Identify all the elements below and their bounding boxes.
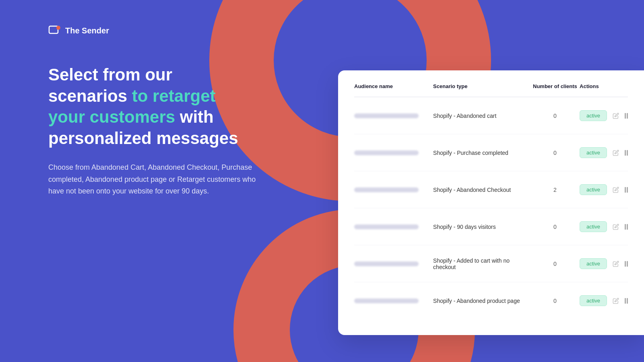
col-header-clients: Number of clients <box>530 83 580 97</box>
clients-cell: 0 <box>530 97 580 134</box>
active-badge[interactable]: active <box>580 221 607 232</box>
logo-area: The Sender <box>48 24 109 37</box>
pause-icon[interactable] <box>625 150 628 156</box>
pause-icon[interactable] <box>625 187 628 193</box>
scenario-cell: Shopify - 90 days visitors <box>433 208 530 245</box>
scenario-cell: Shopify - Abandoned cart <box>433 97 530 134</box>
headline: Select from ourscenarios to retargetyour… <box>48 64 258 149</box>
table-row: Shopify - Abandoned cart0active <box>354 97 628 134</box>
audience-name-blurred <box>354 150 419 155</box>
edit-icon[interactable] <box>613 187 619 193</box>
logo-text: The Sender <box>65 26 109 35</box>
edit-icon[interactable] <box>613 298 619 304</box>
active-badge[interactable]: active <box>580 110 607 121</box>
audience-name-blurred <box>354 113 419 118</box>
col-header-audience: Audience name <box>354 83 433 97</box>
table-row: Shopify - Abandoned product page0active <box>354 282 628 319</box>
scenario-cell: Shopify - Added to cart with no checkout <box>433 245 530 282</box>
actions-cell: active <box>580 208 628 245</box>
active-badge[interactable]: active <box>580 184 607 195</box>
audience-name-blurred <box>354 224 419 229</box>
table-row: Shopify - Abandoned Checkout2active <box>354 171 628 208</box>
actions-cell: active <box>580 245 628 282</box>
active-badge[interactable]: active <box>580 258 607 269</box>
audience-cell <box>354 97 433 134</box>
active-badge[interactable]: active <box>580 295 607 306</box>
audience-name-blurred <box>354 261 419 266</box>
edit-icon[interactable] <box>613 224 619 230</box>
table-row: Shopify - 90 days visitors0active <box>354 208 628 245</box>
table-row: Shopify - Added to cart with no checkout… <box>354 245 628 282</box>
clients-cell: 0 <box>530 208 580 245</box>
pause-icon[interactable] <box>625 261 628 267</box>
clients-cell: 0 <box>530 134 580 171</box>
edit-icon[interactable] <box>613 113 619 119</box>
scenarios-table: Audience name Scenario type Number of cl… <box>354 83 628 319</box>
audience-cell <box>354 245 433 282</box>
audience-name-blurred <box>354 187 419 192</box>
clients-cell: 0 <box>530 282 580 319</box>
actions-cell: active <box>580 171 628 208</box>
scenario-cell: Shopify - Purchase completed <box>433 134 530 171</box>
audience-cell <box>354 208 433 245</box>
actions-cell: active <box>580 97 628 134</box>
pause-icon[interactable] <box>625 224 628 230</box>
headline-highlight: to retargetyour customers <box>48 86 216 127</box>
table-header: Audience name Scenario type Number of cl… <box>354 83 628 97</box>
audience-cell <box>354 134 433 171</box>
audience-name-blurred <box>354 298 419 303</box>
edit-icon[interactable] <box>613 261 619 267</box>
clients-cell: 0 <box>530 245 580 282</box>
scenario-cell: Shopify - Abandoned product page <box>433 282 530 319</box>
audience-cell <box>354 171 433 208</box>
active-badge[interactable]: active <box>580 147 607 158</box>
pause-icon[interactable] <box>625 298 628 304</box>
table-row: Shopify - Purchase completed0active <box>354 134 628 171</box>
table-body: Shopify - Abandoned cart0activeShopify -… <box>354 97 628 319</box>
clients-cell: 2 <box>530 171 580 208</box>
subtext: Choose from Abandoned Cart, Abandoned Ch… <box>48 162 258 197</box>
col-header-actions: Actions <box>580 83 628 97</box>
svg-point-1 <box>56 26 60 30</box>
audience-cell <box>354 282 433 319</box>
actions-cell: active <box>580 282 628 319</box>
actions-cell: active <box>580 134 628 171</box>
col-header-scenario: Scenario type <box>433 83 530 97</box>
pause-icon[interactable] <box>625 113 628 119</box>
edit-icon[interactable] <box>613 150 619 156</box>
logo-icon <box>48 24 61 37</box>
table-card: Audience name Scenario type Number of cl… <box>338 70 644 335</box>
scenario-cell: Shopify - Abandoned Checkout <box>433 171 530 208</box>
left-content: Select from ourscenarios to retargetyour… <box>48 64 258 197</box>
